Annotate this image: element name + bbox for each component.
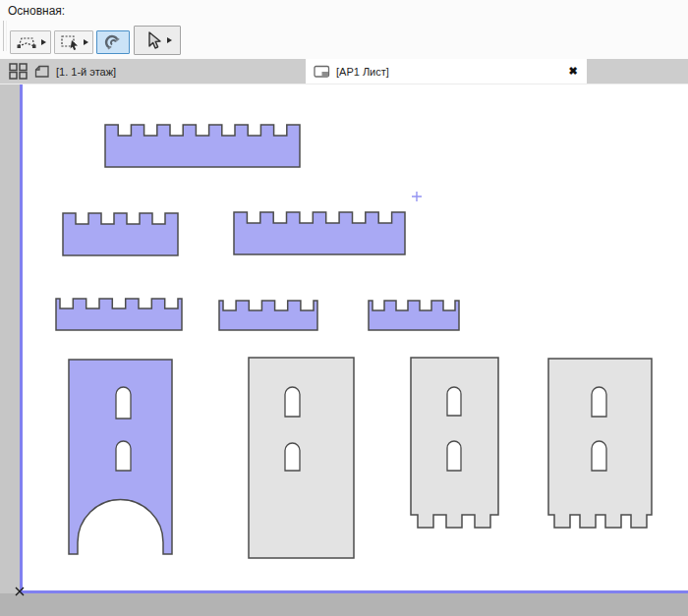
dropdown-arrow-icon [167, 37, 172, 43]
tower-arch-blue-window [116, 441, 131, 471]
pasteboard-left [0, 84, 20, 593]
layout-canvas[interactable] [0, 84, 688, 616]
tower-tabs-gray-right-window [592, 441, 606, 471]
tower-plain-gray[interactable] [249, 358, 354, 558]
sheet-edge-bottom [20, 590, 688, 593]
grid-icon [9, 63, 28, 80]
selection-rect-icon [60, 33, 80, 51]
cursor-arrow-icon [143, 30, 163, 50]
tower-arch-blue-window [116, 387, 131, 419]
magnet-icon [103, 32, 123, 52]
toolbar-label: Основная: [8, 4, 65, 18]
magnet-tool-button[interactable] [96, 30, 130, 54]
tower-plain-gray-window [285, 387, 300, 417]
tower-tabs-gray-right-window [592, 387, 606, 417]
tab-close-button[interactable]: ✖ [565, 63, 581, 79]
marquee-tool-button[interactable] [10, 30, 51, 54]
tab-label: [АР1 Лист] [336, 66, 389, 78]
main-toolbar: Основная: [0, 0, 688, 59]
arrow-tool-button[interactable] [134, 26, 181, 55]
floor-plan-icon [33, 64, 50, 79]
tab-overview-button[interactable] [7, 62, 29, 81]
sheet-shapes [0, 84, 688, 616]
selection-tool-button[interactable] [54, 30, 93, 54]
tab-bar: [1. 1-й этаж] [АР1 Лист] ✖ [0, 59, 688, 84]
toolbar-separator [3, 21, 7, 51]
tower-tabs-gray-left-window [447, 441, 461, 471]
layout-sheet-icon [314, 65, 330, 79]
sheet-edge-left [20, 84, 23, 593]
tower-tabs-gray-left-window [447, 387, 461, 416]
pasteboard-bottom [0, 593, 688, 616]
tower-plain-gray-window [285, 443, 300, 471]
tab-layout-sheet[interactable]: [АР1 Лист] ✖ [306, 59, 587, 84]
marquee-polygon-icon [16, 33, 37, 51]
dropdown-arrow-icon [41, 39, 46, 45]
dropdown-arrow-icon [84, 39, 88, 45]
tab-label: [1. 1-й этаж] [56, 66, 116, 78]
tab-floor-plan[interactable]: [1. 1-й этаж] [29, 59, 295, 84]
wall-strip-medium-right[interactable] [234, 212, 405, 254]
